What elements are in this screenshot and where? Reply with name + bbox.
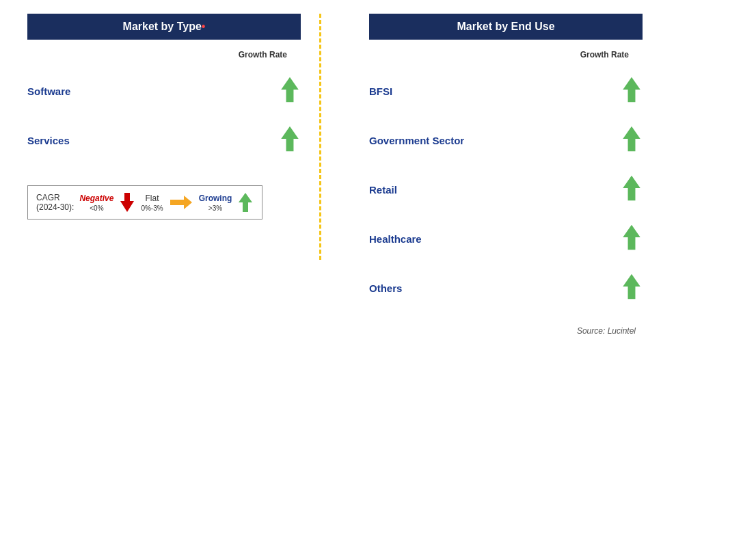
svg-marker-0 [281, 77, 298, 102]
healthcare-row: Healthcare [369, 214, 643, 263]
legend-flat-item: Flat 0%-3% [141, 194, 163, 212]
left-growth-rate-label: Growth Rate [27, 50, 301, 59]
svg-marker-8 [623, 225, 640, 250]
others-label: Others [369, 282, 402, 294]
bfsi-growth-arrow [621, 76, 643, 106]
svg-marker-9 [623, 274, 640, 299]
right-panel-header: Market by End Use [369, 14, 643, 40]
legend-negative-item: Negative <0% [79, 194, 113, 212]
government-sector-label: Government Sector [369, 135, 464, 146]
healthcare-growth-arrow [621, 224, 643, 254]
svg-marker-6 [623, 127, 640, 151]
svg-marker-5 [623, 77, 640, 102]
legend-negative-range: <0% [90, 204, 103, 212]
software-label: Software [27, 85, 70, 97]
right-growth-rate-label: Growth Rate [369, 50, 643, 59]
negative-arrow-icon [119, 191, 135, 213]
left-panel-title: Market by Type [123, 21, 202, 32]
legend-growing-range: >3% [208, 204, 222, 212]
legend-growing-label: Growing [199, 194, 232, 203]
government-sector-growth-arrow [621, 125, 643, 155]
bfsi-row: BFSI [369, 66, 643, 116]
legend-growing-item: Growing >3% [199, 194, 232, 212]
legend-box: CAGR(2024-30): Negative <0% Flat 0%-3% G… [27, 185, 262, 220]
svg-marker-4 [239, 193, 252, 212]
services-growth-arrow [279, 125, 301, 155]
bfsi-label: BFSI [369, 85, 392, 97]
growing-arrow-icon [237, 191, 254, 213]
dashed-divider [319, 14, 321, 260]
legend-negative-label: Negative [79, 194, 113, 203]
svg-marker-7 [623, 176, 640, 200]
retail-growth-arrow [621, 174, 643, 204]
svg-marker-3 [170, 196, 192, 209]
government-sector-row: Government Sector [369, 116, 643, 165]
services-row: Services [27, 116, 301, 165]
right-panel-title: Market by End Use [457, 21, 554, 32]
legend-cagr-label: CAGR(2024-30): [36, 193, 74, 212]
retail-row: Retail [369, 165, 643, 214]
software-row: Software [27, 66, 301, 116]
left-panel-header: Market by Type• [27, 14, 301, 40]
others-growth-arrow [621, 273, 643, 303]
right-panel: Market by End Use Growth Rate BFSI Gover… [355, 14, 643, 336]
legend-flat-label: Flat [146, 194, 159, 203]
source-text: Source: Lucintel [369, 326, 643, 336]
legend-flat-range: 0%-3% [141, 204, 163, 212]
left-panel: Market by Type• Growth Rate Software Ser… [27, 14, 314, 336]
others-row: Others [369, 263, 643, 313]
red-dot: • [202, 21, 206, 32]
svg-marker-1 [281, 127, 298, 151]
services-label: Services [27, 135, 70, 146]
healthcare-label: Healthcare [369, 233, 422, 245]
flat-arrow-icon [169, 194, 193, 211]
retail-label: Retail [369, 184, 397, 196]
svg-marker-2 [120, 193, 134, 212]
software-growth-arrow [279, 76, 301, 106]
